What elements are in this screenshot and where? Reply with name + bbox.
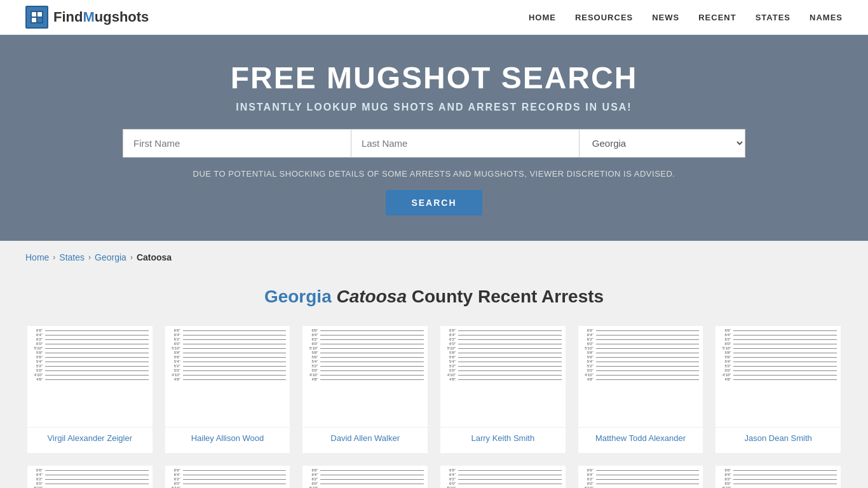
breadcrumb-county: Catoosa [137, 252, 172, 262]
mugshot-card-partial[interactable]: 6'6"6'4"6'2"6'0"5'10"5'8"5'6"5'4"5'2"5'0… [165, 466, 290, 488]
mugshot-card[interactable]: 6'6"6'4"6'2"6'0"5'10"5'8"5'6"5'4"5'2"5'0… [302, 326, 428, 453]
mugshot-image: 6'6"6'4"6'2"6'0"5'10"5'8"5'6"5'4"5'2"5'0… [715, 326, 841, 428]
svg-rect-4 [37, 18, 42, 22]
breadcrumb-section: Home › States › Georgia › Catoosa [0, 241, 868, 274]
hero-section: FREE MUGSHOT SEARCH INSTANTLY LOOKUP MUG… [0, 35, 868, 241]
nav-home[interactable]: HOME [529, 13, 556, 22]
mugshot-image-partial: 6'6"6'4"6'2"6'0"5'10"5'8"5'6"5'4"5'2"5'0… [302, 466, 428, 488]
mugshot-card[interactable]: 6'6"6'4"6'2"6'0"5'10"5'8"5'6"5'4"5'2"5'0… [715, 326, 841, 453]
page-title-state: Georgia [264, 287, 332, 306]
nav-news[interactable]: NEWS [652, 13, 679, 22]
mugshot-card-partial[interactable]: 6'6"6'4"6'2"6'0"5'10"5'8"5'6"5'4"5'2"5'0… [715, 466, 841, 488]
breadcrumb-home[interactable]: Home [25, 252, 49, 262]
main-content: Georgia Catoosa County Recent Arrests 6'… [0, 274, 868, 488]
mugshot-image-partial: 6'6"6'4"6'2"6'0"5'10"5'8"5'6"5'4"5'2"5'0… [27, 466, 153, 488]
mugshot-card[interactable]: 6'6"6'4"6'2"6'0"5'10"5'8"5'6"5'4"5'2"5'0… [578, 326, 703, 453]
breadcrumb-sep-1: › [53, 253, 55, 262]
breadcrumb-states[interactable]: States [59, 252, 85, 262]
mugshots-grid-partial: 6'6"6'4"6'2"6'0"5'10"5'8"5'6"5'4"5'2"5'0… [27, 466, 841, 488]
last-name-input[interactable] [351, 129, 579, 158]
page-title-italic: Catoosa [336, 287, 406, 306]
logo-icon [25, 6, 48, 29]
state-select[interactable]: Select State AlabamaAlaskaArizonaArkansa… [579, 129, 745, 158]
search-button[interactable]: SEARCH [386, 190, 482, 215]
mugshot-card-partial[interactable]: 6'6"6'4"6'2"6'0"5'10"5'8"5'6"5'4"5'2"5'0… [440, 466, 566, 488]
mugshot-card-partial[interactable]: 6'6"6'4"6'2"6'0"5'10"5'8"5'6"5'4"5'2"5'0… [302, 466, 428, 488]
mugshot-card-partial[interactable]: 6'6"6'4"6'2"6'0"5'10"5'8"5'6"5'4"5'2"5'0… [27, 466, 153, 488]
nav-links: HOME RESOURCES NEWS RECENT STATES NAMES [529, 11, 843, 23]
mugshot-card[interactable]: 6'6"6'4"6'2"6'0"5'10"5'8"5'6"5'4"5'2"5'0… [165, 326, 290, 453]
mugshots-grid: 6'6"6'4"6'2"6'0"5'10"5'8"5'6"5'4"5'2"5'0… [27, 326, 841, 453]
mugshot-name[interactable]: Virgil Alexander Zeigler [27, 428, 153, 447]
mugshot-name[interactable]: Matthew Todd Alexander [578, 428, 703, 447]
mugshot-image: 6'6"6'4"6'2"6'0"5'10"5'8"5'6"5'4"5'2"5'0… [578, 326, 703, 428]
svg-rect-1 [32, 12, 36, 17]
mugshot-card[interactable]: 6'6"6'4"6'2"6'0"5'10"5'8"5'6"5'4"5'2"5'0… [27, 326, 153, 453]
navbar: FindMugshots HOME RESOURCES NEWS RECENT … [0, 0, 868, 35]
first-name-input[interactable] [123, 129, 351, 158]
mugshot-image: 6'6"6'4"6'2"6'0"5'10"5'8"5'6"5'4"5'2"5'0… [440, 326, 566, 428]
nav-resources[interactable]: RESOURCES [575, 13, 633, 22]
disclaimer-text: DUE TO POTENTIAL SHOCKING DETAILS OF SOM… [13, 169, 855, 179]
logo-text: FindMugshots [53, 9, 149, 25]
mugshot-name[interactable]: Jason Dean Smith [715, 428, 841, 447]
mugshot-card[interactable]: 6'6"6'4"6'2"6'0"5'10"5'8"5'6"5'4"5'2"5'0… [440, 326, 566, 453]
hero-title: FREE MUGSHOT SEARCH [13, 60, 855, 95]
hero-subtitle: INSTANTLY LOOKUP MUG SHOTS AND ARREST RE… [13, 102, 855, 113]
breadcrumb-sep-2: › [88, 253, 91, 262]
search-form: Select State AlabamaAlaskaArizonaArkansa… [123, 129, 745, 158]
page-title-suffix: County Recent Arrests [412, 287, 604, 306]
svg-rect-3 [32, 18, 36, 22]
breadcrumb-sep-3: › [130, 253, 133, 262]
mugshot-name[interactable]: David Allen Walker [302, 428, 428, 447]
mugshot-image-partial: 6'6"6'4"6'2"6'0"5'10"5'8"5'6"5'4"5'2"5'0… [715, 466, 841, 488]
mugshot-image: 6'6"6'4"6'2"6'0"5'10"5'8"5'6"5'4"5'2"5'0… [27, 326, 153, 428]
mugshot-image-partial: 6'6"6'4"6'2"6'0"5'10"5'8"5'6"5'4"5'2"5'0… [165, 466, 290, 488]
nav-states[interactable]: STATES [756, 13, 790, 22]
svg-rect-2 [37, 12, 42, 17]
mugshot-image-partial: 6'6"6'4"6'2"6'0"5'10"5'8"5'6"5'4"5'2"5'0… [578, 466, 703, 488]
nav-recent[interactable]: RECENT [698, 13, 736, 22]
mugshot-name[interactable]: Larry Keith Smith [440, 428, 566, 447]
site-logo[interactable]: FindMugshots [25, 6, 149, 29]
breadcrumb: Home › States › Georgia › Catoosa [25, 252, 843, 262]
page-title: Georgia Catoosa County Recent Arrests [25, 287, 843, 307]
mugshot-image: 6'6"6'4"6'2"6'0"5'10"5'8"5'6"5'4"5'2"5'0… [302, 326, 428, 428]
breadcrumb-state[interactable]: Georgia [95, 252, 126, 262]
mugshot-image-partial: 6'6"6'4"6'2"6'0"5'10"5'8"5'6"5'4"5'2"5'0… [440, 466, 566, 488]
nav-names[interactable]: NAMES [810, 13, 843, 22]
mugshot-name[interactable]: Hailey Allison Wood [165, 428, 290, 447]
mugshot-card-partial[interactable]: 6'6"6'4"6'2"6'0"5'10"5'8"5'6"5'4"5'2"5'0… [578, 466, 703, 488]
mugshot-image: 6'6"6'4"6'2"6'0"5'10"5'8"5'6"5'4"5'2"5'0… [165, 326, 290, 428]
